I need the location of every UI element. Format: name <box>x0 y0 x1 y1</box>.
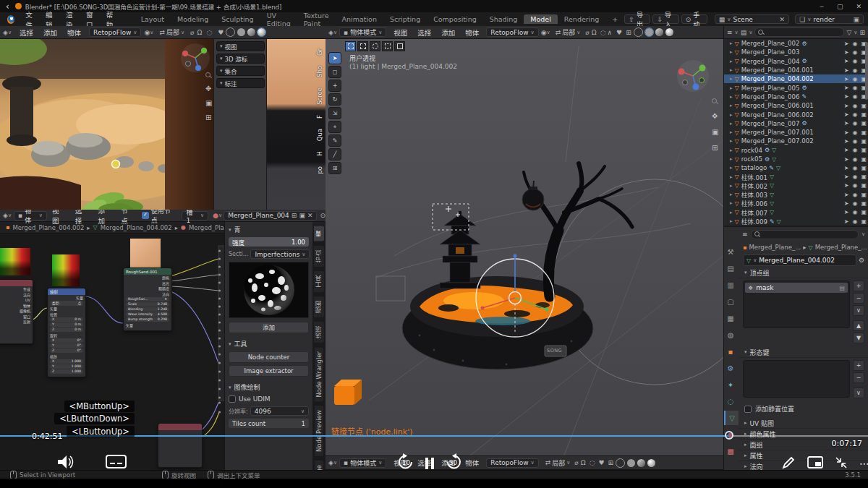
properties-tab[interactable]: ▢ <box>724 294 737 309</box>
caret-down-icon[interactable]: ▾ <box>744 349 747 355</box>
shading-material-icon[interactable] <box>655 28 663 36</box>
magnet-icon[interactable]: Ω <box>592 29 597 36</box>
texture-coordinate-node[interactable]: 生成法向UV物体摄像机窗口反射 <box>0 279 33 344</box>
caret-down-icon[interactable]: ▾ <box>229 385 231 390</box>
pip-icon[interactable] <box>807 456 823 469</box>
new-layer-icon[interactable]: ▣ <box>853 16 859 23</box>
shading-rendered-icon[interactable] <box>647 459 655 467</box>
expand-caret-icon[interactable]: ▸ <box>730 192 733 197</box>
selectable-toggle-icon[interactable]: ➤ <box>843 76 850 82</box>
selectable-toggle-icon[interactable]: ➤ <box>843 200 850 207</box>
node-output[interactable]: 窗口 <box>0 314 33 320</box>
close-button[interactable]: ✕ <box>849 3 868 10</box>
properties-tab[interactable]: ⚙ <box>724 361 737 375</box>
object-name[interactable]: Merged_Plane_007.001 <box>741 129 814 136</box>
material-name-field[interactable]: Merged_Plane_004⊞▣✕ <box>224 211 317 221</box>
navigation-gizmo[interactable] <box>179 42 211 74</box>
hide-viewport-icon[interactable]: ◉ <box>851 120 858 127</box>
outliner-row[interactable]: ▸ ▽ rock04 ⚙ ✎ ▽ ➤ ◉ ▣ <box>724 146 868 155</box>
vector-field[interactable]: X0° <box>50 338 83 343</box>
outliner-row[interactable]: ▸ ▽ 柱体.007 ⚙ ✎ ▽ ➤ ◉ ▣ <box>724 208 868 217</box>
pan-icon[interactable]: ✥ <box>712 112 718 120</box>
expand-caret-icon[interactable]: ▸ <box>730 156 733 162</box>
outliner-row[interactable]: ▸ ▽ 柱体.006 ⚙ ✎ ▽ ➤ ◉ ▣ <box>724 199 868 207</box>
outliner-row[interactable]: ▸ ▽ Merged_Plane_004 ⚙ ✎ ▽ ➤ ◉ ▣ <box>724 57 868 66</box>
magnet-icon[interactable]: Ω <box>581 459 586 466</box>
object-name[interactable]: 柱体.006 <box>741 199 767 207</box>
outliner-row[interactable]: ▸ ▽ 柱体.002 ⚙ ✎ ▽ ➤ ◉ ▣ <box>724 181 868 190</box>
slot-selector[interactable]: 槽 1∨ <box>182 211 208 221</box>
workspace-tab[interactable]: Shading <box>483 14 524 24</box>
scene-selector[interactable]: ▦∨Scene✕ <box>715 14 789 24</box>
camera-view-icon[interactable]: ▣ <box>205 99 212 107</box>
outliner-row[interactable]: ▸ ▽ tatalogo ⚙ ✎ ▽ ➤ ◉ ▣ <box>724 163 868 172</box>
editor-type-icon[interactable]: ◈ <box>3 29 8 36</box>
workspace-tab[interactable]: Layout <box>135 14 171 24</box>
shading-wireframe-icon[interactable] <box>616 458 625 468</box>
selectable-toggle-icon[interactable]: ➤ <box>843 129 850 136</box>
sidebar-tab[interactable]: 节点 <box>313 245 325 267</box>
outliner-row[interactable]: ▸ ▽ Merged_Plane_006.001 ⚙ ✎ ▽ ➤ ◉ ▣ <box>724 101 868 110</box>
sidebar-panel-header[interactable]: ▾标注 <box>216 78 265 88</box>
object-name[interactable]: Merged_Plane_002 <box>741 40 800 47</box>
selectable-toggle-icon[interactable]: ➤ <box>843 182 850 189</box>
udim-checkbox[interactable] <box>229 395 236 403</box>
gear-icon[interactable]: ⚙ <box>859 257 864 264</box>
forward-30-button[interactable]: 30 <box>444 453 463 471</box>
object-name[interactable]: 柱体.001 <box>741 173 767 181</box>
hide-render-icon[interactable]: ▣ <box>860 120 867 127</box>
snap-icon[interactable]: ⌀ <box>190 29 194 36</box>
expand-caret-icon[interactable]: ▸ <box>730 121 733 127</box>
pin-icon[interactable]: ⊙ <box>320 212 326 219</box>
expand-caret-icon[interactable]: ▸ <box>730 76 733 82</box>
sidebar-tab[interactable]: 视图 <box>313 296 325 318</box>
retopoflow-menu[interactable]: RetopoFlow∨ <box>486 27 538 37</box>
object-name[interactable]: rock05 <box>741 155 762 163</box>
expand-caret-icon[interactable]: ▸ <box>730 165 733 171</box>
captions-icon[interactable] <box>106 454 127 470</box>
hide-viewport-icon[interactable]: ◉ <box>851 138 858 145</box>
hide-render-icon[interactable]: ▣ <box>860 200 867 207</box>
properties-tab[interactable]: ✦ <box>724 377 737 392</box>
expand-caret-icon[interactable]: ▸ <box>730 94 733 100</box>
hide-viewport-icon[interactable]: ◉ <box>851 192 858 198</box>
toolbar-tool[interactable]: + <box>328 80 341 92</box>
ortho-toggle-icon[interactable]: ⊞ <box>712 144 718 152</box>
hide-viewport-icon[interactable]: ◉ <box>851 103 858 109</box>
toolbar-tool[interactable]: ╱ <box>328 148 341 160</box>
workspace-tab[interactable]: Modeling <box>171 14 215 24</box>
roughsand-group-node[interactable]: RoughSand.001 颜色高光粗糙度法向 RoughSan...✕ Sca… <box>123 267 172 331</box>
selectable-toggle-icon[interactable]: ➤ <box>843 147 850 153</box>
vector-field[interactable]: Z0 m <box>50 328 83 333</box>
proportional-icon[interactable]: ◌ <box>600 29 606 36</box>
object-name[interactable]: rock04 <box>741 147 762 154</box>
expand-caret-icon[interactable]: ▸ <box>730 103 733 108</box>
object-name[interactable]: Merged_Plane_006.001 <box>741 102 814 109</box>
sidebar-tab[interactable]: F <box>315 111 324 122</box>
node-output[interactable]: 高光 <box>124 281 171 286</box>
outliner-row[interactable]: ▸ ▽ 柱体.009 ⚙ ✎ ▽ ➤ ◉ ▣ <box>724 217 868 226</box>
vertex-group-item[interactable]: ❖ mask ▤ <box>745 283 848 293</box>
sidebar-tab[interactable]: 选项 <box>313 321 325 343</box>
export-button[interactable]: ⇧导出 <box>624 14 650 24</box>
shading-rendered-icon[interactable] <box>258 28 265 36</box>
hide-viewport-icon[interactable]: ◉ <box>851 165 858 171</box>
display-mode-icon[interactable]: ▤ <box>741 29 747 36</box>
gizmo-toggle-icon[interactable]: ⊞ <box>626 29 631 36</box>
node-output[interactable]: 反射 <box>0 319 33 325</box>
workspace-tab[interactable]: Scripting <box>383 14 427 24</box>
vector-field[interactable]: Y1.000 <box>50 364 83 369</box>
sidebar-tab[interactable]: Gr <box>315 45 324 59</box>
mesh-name-field[interactable]: ▽ ∨ Merged_Plane_004.002 <box>743 254 856 266</box>
move-up-button[interactable]: ▲ <box>853 320 864 331</box>
resolution-dropdown[interactable]: 4096∨ <box>250 406 309 416</box>
pause-button[interactable] <box>425 458 434 469</box>
breadcrumb-object[interactable]: Merged_Plane_004.002 <box>12 224 84 231</box>
import-button[interactable]: ⇩导入 <box>652 14 678 24</box>
caret-down-icon[interactable]: ▾ <box>229 227 231 233</box>
shading-rendered-icon[interactable] <box>665 28 673 36</box>
new-material-icon[interactable]: ⊞ <box>292 212 297 219</box>
properties-search-input[interactable] <box>751 230 859 239</box>
node-output[interactable]: 摄像机 <box>0 308 33 314</box>
menu-item[interactable]: 选择 <box>412 27 436 38</box>
